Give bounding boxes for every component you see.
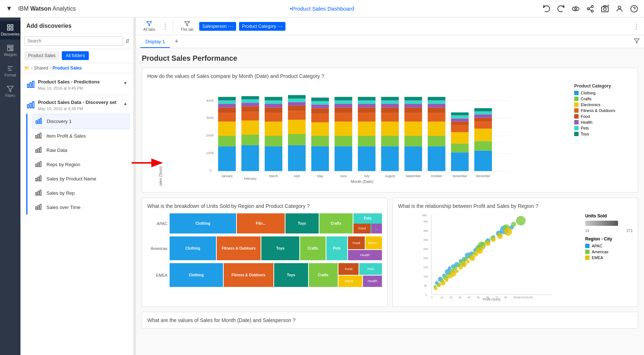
tabs-bar: Display 1 + — [136, 35, 644, 48]
product-category-chip[interactable]: Product Category ⋯ — [239, 22, 285, 31]
salesperson-chip-dots[interactable]: ⋯ — [228, 23, 233, 29]
svg-rect-167 — [474, 141, 492, 150]
svg-rect-36 — [36, 150, 37, 153]
sort-icon[interactable]: ⇵ — [125, 38, 130, 44]
svg-rect-12 — [8, 25, 10, 27]
toolbar-more-icon[interactable]: ⋮ — [633, 22, 640, 30]
svg-rect-98 — [288, 106, 306, 111]
legend-item-pets: Pets — [574, 126, 633, 130]
svg-rect-86 — [265, 136, 282, 146]
sidebar-item-discoveries[interactable]: Discoveries — [0, 20, 20, 40]
svg-rect-163 — [451, 115, 469, 119]
filter-tab-product-sales[interactable]: Product Sales — [24, 51, 60, 60]
svg-rect-96 — [288, 120, 306, 134]
sublist-item-discovery1[interactable]: Discovery 1 — [33, 114, 130, 129]
svg-point-8 — [603, 8, 606, 10]
sub-chart-icon-6 — [35, 203, 42, 212]
svg-rect-77 — [241, 135, 259, 145]
svg-rect-108 — [311, 105, 329, 108]
this-tab-filter-button[interactable]: This tab — [178, 19, 197, 33]
nav-collapse-icon[interactable]: ▼ — [6, 5, 12, 12]
redo-icon[interactable] — [557, 5, 565, 13]
treemap-americas-row: Americas Clothing Fitness & Outdoors Toy… — [147, 236, 382, 260]
sub-chart-icon-2 — [35, 146, 42, 154]
svg-point-241 — [440, 280, 446, 285]
share-icon[interactable] — [586, 5, 594, 13]
svg-point-248 — [466, 260, 470, 264]
svg-rect-16 — [8, 45, 13, 46]
scale-max: 271 — [626, 229, 633, 233]
search-input[interactable] — [24, 36, 123, 46]
help-icon[interactable] — [630, 5, 638, 13]
legend-item-clothing: Clothing — [574, 91, 633, 95]
eye-icon[interactable] — [572, 5, 580, 13]
svg-point-256 — [504, 228, 512, 236]
svg-rect-80 — [241, 106, 259, 112]
sublist-item-salesovertime[interactable]: Sales over Time — [33, 200, 130, 214]
breadcrumb-current: Product Sales — [53, 66, 82, 71]
region-emea: EMEA — [592, 255, 603, 260]
svg-text:April: April — [293, 174, 300, 178]
legend-apac: APAC — [585, 244, 633, 248]
treemap-apac-bars: Clothing Fitn... Toys Crafts Pets Food .… — [170, 213, 382, 233]
breadcrumb-shared[interactable]: Shared — [34, 66, 48, 71]
sublist-item-salesbyproduct[interactable]: Sales by Product Name — [33, 172, 130, 186]
svg-rect-139 — [405, 146, 422, 171]
user-icon[interactable] — [615, 5, 624, 13]
svg-rect-81 — [241, 103, 259, 106]
svg-text:200k: 200k — [206, 133, 214, 137]
sublist-item-name-1: Item Profit & Sales — [46, 133, 86, 139]
svg-rect-137 — [381, 97, 399, 101]
svg-rect-112 — [334, 146, 352, 171]
svg-rect-141 — [405, 122, 422, 136]
bar-chart-question: How do the values of Sales compare by Mo… — [147, 73, 633, 79]
dashboard-title: Product Sales Performance — [142, 54, 638, 63]
brand-logo: IBM Watson Analytics — [18, 5, 76, 12]
sublist-item-salesbyrep[interactable]: Sales by Rep — [33, 186, 130, 200]
svg-rect-161 — [451, 122, 469, 125]
all-tabs-filter-button[interactable]: All tabs — [140, 19, 158, 33]
product-category-chip-dots[interactable]: ⋯ — [277, 23, 283, 29]
svg-rect-48 — [36, 207, 37, 210]
tab-display1[interactable]: Display 1 — [140, 36, 170, 48]
svg-rect-24 — [27, 84, 29, 87]
svg-text:0: 0 — [431, 296, 433, 299]
svg-rect-130 — [381, 146, 399, 171]
sublist-item-rawdata[interactable]: Raw Data — [33, 143, 130, 157]
all-tabs-more-icon[interactable]: ⋮ — [162, 22, 168, 30]
undo-icon[interactable] — [542, 5, 550, 13]
svg-text:July: July — [364, 174, 370, 178]
region-label-americas: Americas — [147, 246, 167, 251]
svg-rect-144 — [405, 104, 422, 108]
sidebar-item-widgets[interactable]: Widgets — [0, 41, 20, 60]
sidebar-item-filters[interactable]: Filters — [0, 82, 20, 101]
bottom-question-text: What are the values of Sales for Month (… — [147, 317, 295, 323]
treemap-cell: Toys — [285, 213, 319, 233]
svg-rect-153 — [428, 104, 445, 108]
svg-rect-42 — [36, 178, 37, 181]
svg-rect-135 — [381, 104, 399, 108]
svg-rect-128 — [358, 97, 375, 101]
scatter-svg: Sales (Sum) 0 5k 10k 15k 20k 25k 30k 35k — [398, 213, 582, 301]
filter-tab-all-folders[interactable]: All folders — [62, 51, 89, 60]
add-tab-button[interactable]: + — [171, 38, 181, 45]
discovery-group-item-predictions[interactable]: Product Sales - Predictions May 10, 2016… — [24, 76, 130, 93]
sublist-item-profit[interactable]: Item Profit & Sales — [33, 129, 130, 143]
svg-text:8k: 8k — [504, 296, 507, 299]
svg-rect-43 — [38, 177, 39, 181]
svg-point-9 — [618, 6, 621, 8]
sidebar-item-format[interactable]: Format — [0, 61, 20, 81]
svg-rect-168 — [474, 129, 492, 141]
svg-text:5k: 5k — [424, 284, 427, 287]
svg-text:1k: 1k — [440, 296, 443, 299]
svg-text:June: June — [340, 174, 347, 178]
svg-text:30k: 30k — [423, 238, 428, 242]
sublist-item-name-6: Sales over Time — [46, 205, 80, 210]
svg-rect-31 — [38, 119, 39, 123]
salesperson-chip[interactable]: Salesperson ⋯ — [199, 22, 236, 31]
discovery-group-item-data[interactable]: Product Sales Data - Discovery set May 1… — [24, 97, 130, 114]
sublist-item-reps[interactable]: Reps by Region — [33, 157, 130, 172]
camera-icon[interactable]: ▼ — [601, 5, 609, 13]
tab-filter-icon[interactable] — [634, 38, 640, 45]
treemap-cell: Clothing — [170, 213, 236, 233]
